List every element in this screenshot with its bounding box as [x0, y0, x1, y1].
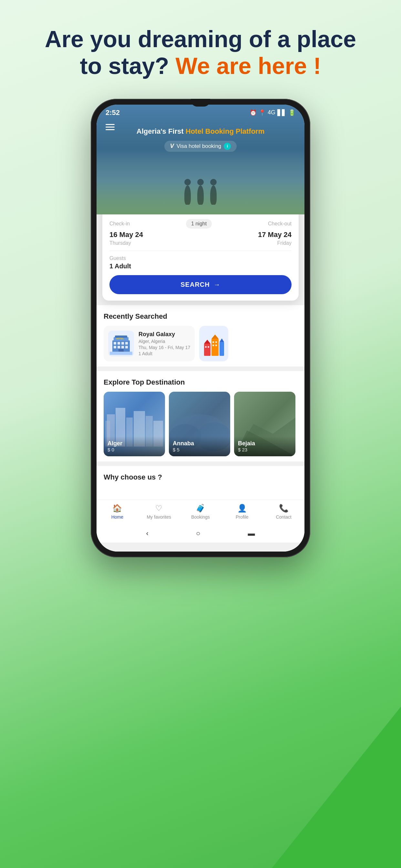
- recent-item-small[interactable]: [199, 326, 228, 361]
- checkout-label: Check-out: [268, 221, 291, 227]
- nav-bookings-label: Bookings: [191, 515, 210, 520]
- svg-marker-19: [220, 338, 224, 342]
- dest-price-alger: $ 0: [107, 447, 161, 453]
- hotel-location: Alger, Algeria: [138, 339, 190, 344]
- app-header-title: Algeria's First Hotel Booking Platform V…: [96, 127, 305, 152]
- nav-bookings[interactable]: 🧳 Bookings: [180, 504, 221, 520]
- destinations-title: Explore Top Destination: [104, 378, 297, 386]
- info-icon[interactable]: i: [224, 143, 231, 150]
- bottom-nav: 🏠 Home ♡ My favorites 🧳 Bookings 👤 Profi…: [96, 500, 305, 525]
- dest-overlay-alger: Alger $ 0: [104, 436, 165, 456]
- recent-item[interactable]: HOTEL: [104, 326, 195, 361]
- dest-overlay-bejaia: Bejaia $ 23: [234, 436, 296, 456]
- svg-rect-14: [204, 344, 211, 356]
- nav-profile[interactable]: 👤 Profile: [221, 504, 263, 520]
- signal-icon: ▋▋: [277, 109, 286, 116]
- svg-rect-5: [118, 342, 120, 345]
- android-nav: ‹ ○ ▬: [96, 525, 305, 542]
- dest-name-annaba: Annaba: [173, 440, 226, 447]
- guests-value: 1 Adult: [110, 262, 291, 270]
- guests-label: Guests: [110, 255, 291, 261]
- svg-rect-20: [205, 346, 207, 348]
- guests-section[interactable]: Guests 1 Adult: [110, 255, 291, 270]
- battery-icon: 🔋: [288, 109, 296, 116]
- nav-home-label: Home: [112, 515, 123, 520]
- hero-image: Algeria's First Hotel Booking Platform V…: [96, 104, 305, 214]
- nav-favorites-label: My favorites: [147, 515, 171, 520]
- location-icon: 📍: [258, 109, 266, 116]
- svg-rect-7: [125, 342, 128, 345]
- destination-grid[interactable]: Alger $ 0: [104, 392, 297, 461]
- hotel-guests: 1 Adult: [138, 351, 190, 356]
- date-values-row[interactable]: 16 May 24 17 May 24: [110, 230, 291, 239]
- recently-searched-title: Recently Searched: [104, 312, 297, 321]
- alarm-icon: ⏰: [250, 109, 257, 116]
- svg-rect-16: [212, 339, 219, 356]
- phone-notch: [191, 99, 210, 106]
- contact-icon: 📞: [279, 504, 289, 513]
- scroll-content[interactable]: 🔍 Alger 📍 Check-in 1 night Check-out 16 …: [96, 214, 305, 552]
- nav-contact[interactable]: 📞 Contact: [263, 504, 305, 520]
- phone-frame: 2:52 ⏰ 📍 4G ▋▋ 🔋: [91, 99, 310, 557]
- svg-rect-21: [208, 346, 209, 348]
- status-bar: 2:52 ⏰ 📍 4G ▋▋ 🔋: [96, 104, 305, 120]
- destinations-section: Explore Top Destination: [96, 371, 305, 461]
- checkin-label: Check-in: [110, 221, 130, 227]
- destination-bejaia[interactable]: Bejaia $ 23: [234, 392, 296, 456]
- profile-icon: 👤: [237, 504, 247, 513]
- svg-marker-15: [204, 340, 211, 344]
- destination-annaba[interactable]: Annaba $ 5: [169, 392, 230, 456]
- status-icons: ⏰ 📍 4G ▋▋ 🔋: [250, 109, 296, 116]
- svg-marker-17: [212, 335, 219, 339]
- why-choose-section: Why choose us ?: [96, 466, 305, 500]
- destination-alger[interactable]: Alger $ 0: [104, 392, 165, 456]
- nav-favorites[interactable]: ♡ My favorites: [138, 504, 180, 520]
- dest-price-annaba: $ 5: [173, 447, 226, 453]
- hotel-name: Royal Galaxy: [138, 331, 190, 338]
- search-button[interactable]: SEARCH →: [110, 275, 291, 294]
- svg-rect-4: [114, 342, 116, 345]
- hero-section: Are you dreaming of a place to stay? We …: [19, 26, 382, 80]
- status-time: 2:52: [105, 108, 120, 117]
- menu-button[interactable]: [105, 122, 115, 132]
- recent-list[interactable]: HOTEL: [104, 326, 297, 367]
- dest-name-bejaia: Bejaia: [238, 440, 291, 447]
- visa-text: Visa hotel booking: [177, 143, 221, 150]
- checkin-day: Thursday: [110, 240, 131, 246]
- back-button[interactable]: ‹: [146, 529, 149, 538]
- home-button[interactable]: ○: [196, 529, 200, 538]
- why-choose-title: Why choose us ?: [104, 473, 297, 482]
- header-title-black: Algeria's First: [136, 127, 186, 135]
- home-icon: 🏠: [112, 504, 122, 513]
- svg-rect-25: [215, 345, 217, 346]
- svg-rect-23: [215, 341, 217, 343]
- svg-text:HOTEL: HOTEL: [116, 337, 124, 340]
- recents-button[interactable]: ▬: [248, 529, 255, 538]
- svg-rect-13: [110, 352, 132, 355]
- checkin-date[interactable]: 16 May 24: [110, 230, 143, 239]
- search-button-label: SEARCH: [181, 281, 210, 288]
- nav-home[interactable]: 🏠 Home: [96, 504, 138, 520]
- header-title-orange: Hotel Booking Platform: [186, 127, 265, 135]
- bookings-icon: 🧳: [196, 504, 205, 513]
- visa-badge: V Visa hotel booking i: [164, 141, 237, 152]
- checkout-date[interactable]: 17 May 24: [258, 230, 291, 239]
- nav-profile-label: Profile: [236, 515, 249, 520]
- hotel-dates: Thu, May 16 - Fri, May 17: [138, 345, 190, 350]
- svg-rect-11: [125, 346, 128, 348]
- network-icon: 4G: [268, 109, 275, 116]
- dest-overlay-annaba: Annaba $ 5: [169, 436, 230, 456]
- hero-line1: Are you dreaming of a place: [45, 26, 356, 52]
- visa-v-icon: V: [170, 143, 174, 150]
- day-labels-row: Thursday Friday: [110, 240, 291, 246]
- recently-searched-section: Recently Searched HOTEL: [96, 305, 305, 367]
- nights-badge: 1 night: [186, 219, 212, 228]
- svg-rect-8: [114, 346, 116, 348]
- favorites-icon: ♡: [155, 504, 162, 513]
- hotel-thumbnail: HOTEL: [108, 331, 134, 356]
- svg-rect-24: [212, 345, 214, 346]
- svg-rect-10: [121, 346, 124, 348]
- hero-line2-black: to stay?: [80, 53, 169, 79]
- checkout-day: Friday: [277, 240, 291, 246]
- svg-rect-6: [121, 342, 124, 345]
